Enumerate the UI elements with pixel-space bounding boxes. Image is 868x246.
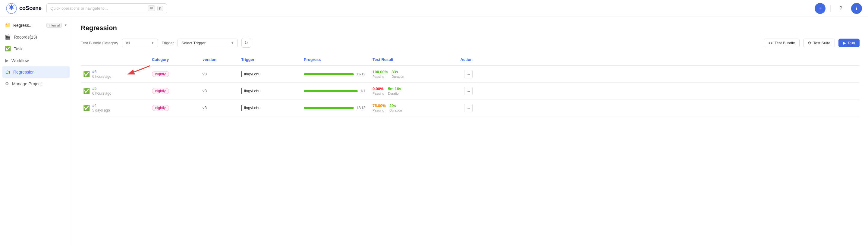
result-passing-1: Passing — [373, 75, 388, 79]
sidebar-item-workflow[interactable]: ▶ Workflow — [0, 55, 72, 66]
result-duration-label-3: Duration — [390, 109, 402, 112]
version-cell-3: v3 — [200, 105, 236, 110]
sidebar-label-task: Task — [14, 47, 23, 51]
category-cell-2: nightly — [150, 88, 198, 94]
run-id-link-3[interactable]: #4 — [92, 103, 96, 107]
test-bundle-button[interactable]: <> Test Bundle — [764, 39, 800, 47]
run-time-3: 5 days ago — [92, 108, 110, 113]
trigger-bar-icon-1 — [241, 71, 242, 77]
version-cell-1: v3 — [200, 72, 236, 76]
result-pct-value-3: 75.00% — [373, 103, 386, 108]
category-cell-1: nightly — [150, 71, 198, 77]
search-bar[interactable]: Quick operations or navigate to... ⌘ K — [46, 3, 167, 13]
page-title: Regression — [81, 24, 860, 32]
th-category: Category — [150, 56, 198, 63]
status-success-icon-3: ✅ — [83, 104, 90, 111]
result-pct-value-2: 0.00% — [373, 87, 384, 91]
logo-text: coScene — [19, 5, 41, 11]
top-nav: coScene Quick operations or navigate to.… — [0, 0, 868, 17]
refresh-icon: ↻ — [244, 40, 248, 45]
kbd-cmd: ⌘ — [148, 5, 155, 11]
trigger-cell-3: lingyi.chu — [239, 105, 299, 111]
table-row: ✅ #5 6 hours ago nightly v3 lingyi.chu — [81, 83, 860, 99]
internal-badge: Internal — [46, 23, 62, 28]
progress-bar-3 — [304, 107, 354, 109]
nav-divider — [830, 5, 831, 12]
sidebar-item-task[interactable]: ✅ Task — [0, 43, 72, 55]
th-test-result: Test Result — [370, 56, 448, 63]
result-cell-3: 75.00% Passing 29s Duration — [370, 103, 448, 112]
run-time-2: 6 hours ago — [92, 91, 111, 96]
trigger-select[interactable]: Select Trigger ▼ — [178, 39, 238, 47]
progress-fill-3 — [304, 107, 354, 109]
regression-table: Category version Trigger Progress Test R… — [81, 54, 860, 116]
trigger-cell-2: lingyi.chu — [239, 88, 299, 94]
records-icon: 🎬 — [5, 34, 11, 40]
category-label: Test Bundle Category — [81, 41, 118, 45]
progress-text-3: 12/12 — [356, 106, 365, 110]
action-cell-2: ··· — [451, 87, 475, 95]
table-row: ✅ #4 5 days ago nightly v3 lingyi.chu — [81, 99, 860, 116]
sidebar-project-header[interactable]: 📁 Regress... Internal ▼ — [0, 19, 72, 31]
sidebar-label-regression: Regression — [13, 70, 35, 74]
sidebar-item-regression[interactable]: 🗂 Regression — [2, 66, 70, 78]
category-cell-3: nightly — [150, 105, 198, 111]
folder-icon: 📁 — [5, 22, 11, 28]
category-chevron-icon: ▼ — [151, 41, 154, 44]
progress-cell-1: 12/12 — [301, 72, 368, 76]
sidebar-label-records: Records(13) — [14, 35, 37, 39]
table-header: Category version Trigger Progress Test R… — [81, 54, 860, 66]
action-cell-3: ··· — [451, 104, 475, 112]
result-passing-2: Passing — [373, 92, 384, 95]
code-icon: <> — [768, 41, 773, 45]
logo[interactable]: coScene — [6, 3, 41, 14]
progress-text-2: 1/1 — [360, 89, 365, 93]
more-actions-button-3[interactable]: ··· — [464, 104, 472, 112]
help-icon: ? — [840, 6, 842, 11]
category-tag-1: nightly — [152, 71, 169, 77]
search-placeholder: Quick operations or navigate to... — [50, 6, 146, 10]
sidebar: 📁 Regress... Internal ▼ 🎬 Records(13) ✅ … — [0, 17, 72, 246]
add-button[interactable]: + — [815, 3, 826, 14]
layout: 📁 Regress... Internal ▼ 🎬 Records(13) ✅ … — [0, 17, 868, 246]
progress-cell-2: 1/1 — [301, 89, 368, 93]
play-icon: ▶ — [843, 41, 846, 45]
user-avatar[interactable]: i — [851, 3, 862, 14]
category-tag-2: nightly — [152, 88, 169, 94]
manage-icon: ⚙ — [5, 81, 9, 87]
sidebar-label-workflow: Workflow — [11, 58, 29, 63]
sidebar-item-manage[interactable]: ⚙ Manage Project — [0, 78, 72, 90]
run-id-cell-2: ✅ #5 6 hours ago — [81, 86, 147, 96]
version-cell-2: v3 — [200, 89, 236, 93]
run-id-cell-3: ✅ #4 5 days ago — [81, 103, 147, 113]
result-passing-3: Passing — [373, 109, 386, 112]
th-version: version — [200, 56, 236, 63]
run-button[interactable]: ▶ Run — [838, 39, 860, 47]
project-name: Regress... — [13, 23, 44, 28]
run-id-cell-1: ✅ #6 6 hours ago — [81, 69, 147, 79]
sidebar-item-records[interactable]: 🎬 Records(13) — [0, 31, 72, 43]
category-select[interactable]: All ▼ — [122, 39, 158, 47]
th-id — [81, 56, 147, 63]
th-progress: Progress — [301, 56, 368, 63]
result-duration-3: 29s — [390, 103, 402, 108]
workflow-icon: ▶ — [5, 58, 8, 63]
trigger-user-3: lingyi.chu — [244, 105, 260, 110]
run-id-link-2[interactable]: #5 — [92, 86, 96, 91]
result-duration-2: 5m 16s — [388, 87, 401, 91]
progress-bar-2 — [304, 90, 358, 92]
progress-cell-3: 12/12 — [301, 106, 368, 110]
help-button[interactable]: ? — [835, 3, 846, 14]
test-suite-button[interactable]: ⚙ Test Suite — [803, 39, 835, 47]
more-actions-button-2[interactable]: ··· — [464, 87, 472, 95]
more-actions-button-1[interactable]: ··· — [464, 70, 472, 79]
trigger-label: Trigger — [161, 41, 174, 45]
regression-icon: 🗂 — [5, 69, 10, 75]
gear-icon: ⚙ — [808, 41, 811, 45]
refresh-button[interactable]: ↻ — [241, 38, 251, 48]
table-row: ✅ #6 6 hours ago — [81, 66, 860, 83]
trigger-bar-icon-3 — [241, 105, 242, 111]
logo-icon — [6, 3, 17, 14]
run-id-link-1[interactable]: #6 — [92, 69, 96, 74]
th-trigger: Trigger — [239, 56, 299, 63]
